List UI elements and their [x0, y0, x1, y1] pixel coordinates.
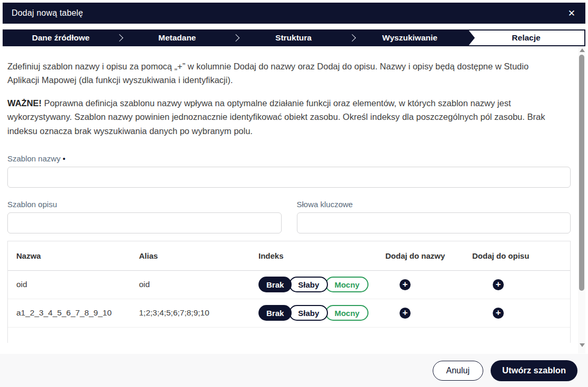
- header-dodaj-do-nazwy: Dodaj do nazwy: [385, 251, 472, 260]
- index-option-slaby[interactable]: Słaby: [289, 277, 328, 292]
- secondary-fields-row: Szablon opisu Słowa kluczowe: [7, 200, 571, 233]
- scroll-up-icon[interactable]: [580, 48, 585, 52]
- scrollbar-thumb[interactable]: [579, 55, 584, 291]
- fields-table: Nazwa Alias Indeks Dodaj do nazwy Dodaj …: [7, 241, 571, 343]
- add-to-name-button[interactable]: +: [400, 279, 411, 290]
- cell-name: oid: [16, 280, 139, 289]
- required-dot: •: [63, 154, 65, 163]
- step-metadane[interactable]: Metadane: [119, 29, 235, 46]
- name-template-input[interactable]: [7, 167, 571, 188]
- step-label: Relacje: [512, 33, 540, 43]
- index-option-brak[interactable]: Brak: [258, 277, 292, 292]
- close-icon[interactable]: ✕: [567, 8, 576, 19]
- header-dodaj-do-opisu: Dodaj do opisu: [472, 251, 570, 260]
- header-nazwa: Nazwa: [16, 251, 139, 260]
- keywords-label: Słowa kluczowe: [297, 200, 571, 209]
- table-row: a1_2_3_4_5_6_7_8_9_10 1;2;3;4;5;6;7;8;9;…: [8, 299, 570, 328]
- important-text: Poprawna definicja szablonu nazwy wpływa…: [7, 98, 545, 136]
- add-table-dialog: Dodaj nową tabelę ✕ Dane źródłowe Metada…: [3, 3, 585, 384]
- cell-alias: 1;2;3;4;5;6;7;8;9;10: [139, 308, 258, 318]
- scroll-down-icon[interactable]: [580, 343, 585, 347]
- add-to-description-button[interactable]: +: [493, 279, 504, 290]
- dialog-footer: Anuluj Utwórz szablon: [0, 354, 588, 387]
- step-wyszukiwanie[interactable]: Wyszukiwanie: [352, 29, 468, 46]
- header-alias: Alias: [139, 251, 258, 260]
- important-paragraph: WAŻNE! Poprawna definicja szablonu nazwy…: [7, 96, 546, 138]
- step-relacje-active[interactable]: Relacje: [468, 29, 585, 46]
- index-toggle-group: Brak Słaby Mocny: [258, 277, 385, 292]
- add-to-name-button[interactable]: +: [400, 308, 411, 319]
- step-struktura[interactable]: Struktura: [235, 29, 352, 46]
- wizard-stepper: Dane źródłowe Metadane Struktura Wyszuki…: [3, 29, 585, 46]
- add-to-description-button[interactable]: +: [493, 308, 504, 319]
- table-header-row: Nazwa Alias Indeks Dodaj do nazwy Dodaj …: [8, 241, 570, 271]
- dialog-titlebar: Dodaj nową tabelę ✕: [3, 3, 585, 24]
- cell-name: a1_2_3_4_5_6_7_8_9_10: [16, 308, 139, 318]
- index-option-brak[interactable]: Brak: [258, 305, 292, 321]
- index-option-mocny[interactable]: Mocny: [325, 277, 368, 292]
- keywords-field: Słowa kluczowe: [297, 200, 571, 233]
- step-dane-zrodlowe[interactable]: Dane źródłowe: [3, 29, 119, 46]
- description-template-field: Szablon opisu: [7, 200, 282, 233]
- description-template-input[interactable]: [7, 212, 282, 233]
- description-template-label: Szablon opisu: [7, 200, 282, 209]
- index-toggle-group: Brak Słaby Mocny: [258, 305, 385, 321]
- dialog-content: Zdefiniuj szablon nazwy i opisu za pomoc…: [3, 59, 585, 343]
- dialog-title: Dodaj nową tabelę: [12, 8, 83, 18]
- vertical-scrollbar[interactable]: [578, 46, 585, 353]
- step-label: Struktura: [275, 33, 312, 43]
- index-option-mocny[interactable]: Mocny: [325, 305, 368, 321]
- step-label: Metadane: [158, 33, 196, 43]
- name-template-label: Szablon nazwy•: [7, 154, 549, 163]
- step-arrow-icon: [468, 29, 475, 46]
- important-label: WAŻNE!: [7, 98, 42, 108]
- step-label: Wyszukiwanie: [382, 33, 437, 43]
- create-template-button[interactable]: Utwórz szablon: [491, 360, 577, 381]
- cell-alias: oid: [139, 280, 258, 289]
- keywords-input[interactable]: [297, 212, 571, 233]
- table-row: oid oid Brak Słaby Mocny + +: [8, 271, 570, 299]
- intro-paragraph: Zdefiniuj szablon nazwy i opisu za pomoc…: [7, 59, 546, 87]
- index-option-slaby[interactable]: Słaby: [289, 305, 328, 321]
- cancel-button[interactable]: Anuluj: [433, 361, 483, 381]
- header-indeks: Indeks: [258, 251, 385, 260]
- step-label: Dane źródłowe: [32, 33, 89, 43]
